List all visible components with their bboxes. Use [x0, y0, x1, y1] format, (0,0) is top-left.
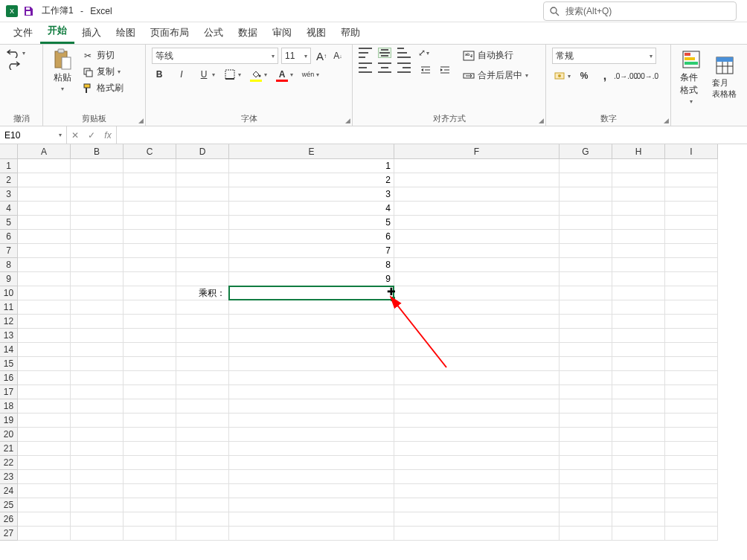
cell[interactable]: [176, 456, 229, 470]
cell[interactable]: [124, 470, 176, 484]
cell[interactable]: [71, 202, 124, 216]
cell[interactable]: [394, 527, 560, 541]
cell[interactable]: [18, 413, 71, 428]
cell[interactable]: [229, 371, 394, 385]
cell[interactable]: [612, 272, 665, 286]
row-header-3[interactable]: 3: [0, 187, 18, 202]
cell[interactable]: [560, 244, 612, 258]
cell[interactable]: [18, 470, 71, 484]
row-header-25[interactable]: 25: [0, 498, 18, 512]
cell[interactable]: 5: [229, 216, 394, 230]
col-header-A[interactable]: A: [18, 144, 71, 159]
cell[interactable]: [394, 470, 560, 484]
cell[interactable]: [394, 512, 560, 527]
dialog-launcher-icon[interactable]: ◢: [664, 117, 669, 124]
cell[interactable]: [124, 329, 176, 343]
cell[interactable]: [665, 498, 718, 512]
tab-页面布局[interactable]: 页面布局: [143, 22, 196, 44]
cell[interactable]: [394, 230, 560, 244]
cell[interactable]: [665, 258, 718, 272]
cell[interactable]: [665, 244, 718, 258]
cell[interactable]: [176, 159, 229, 173]
cell[interactable]: [176, 315, 229, 329]
format-painter-button[interactable]: 格式刷: [79, 80, 126, 96]
cell[interactable]: [612, 187, 665, 202]
cell[interactable]: [124, 399, 176, 413]
row-header-14[interactable]: 14: [0, 343, 18, 357]
cell[interactable]: [560, 315, 612, 329]
fill-color-button[interactable]: ▾: [249, 67, 267, 82]
cell[interactable]: [665, 343, 718, 357]
cell[interactable]: [394, 413, 560, 428]
cell[interactable]: [124, 357, 176, 371]
cell[interactable]: [665, 442, 718, 456]
increase-indent-icon[interactable]: [437, 62, 452, 77]
increase-decimal-icon[interactable]: .0→.00: [618, 68, 633, 83]
cell[interactable]: [124, 498, 176, 512]
tab-插入[interactable]: 插入: [74, 22, 109, 44]
cell[interactable]: [229, 527, 394, 541]
cell[interactable]: [560, 470, 612, 484]
comma-icon[interactable]: ,: [597, 68, 612, 83]
cell[interactable]: [665, 428, 718, 442]
cell[interactable]: [229, 442, 394, 456]
cell[interactable]: 8: [229, 258, 394, 272]
col-header-G[interactable]: G: [560, 144, 612, 159]
cell[interactable]: [71, 300, 124, 315]
cell[interactable]: 2: [229, 173, 394, 187]
cell[interactable]: [665, 159, 718, 173]
cell[interactable]: [18, 244, 71, 258]
col-header-E[interactable]: E: [229, 144, 394, 159]
cell[interactable]: [124, 300, 176, 315]
cell[interactable]: [176, 399, 229, 413]
cell[interactable]: [394, 371, 560, 385]
cell[interactable]: [71, 357, 124, 371]
bold-button[interactable]: B: [152, 67, 167, 82]
cell[interactable]: [612, 286, 665, 300]
align-bottom-icon[interactable]: [397, 48, 411, 58]
cell[interactable]: [176, 484, 229, 498]
cell[interactable]: [394, 300, 560, 315]
cell[interactable]: [612, 258, 665, 272]
format-as-table-button[interactable]: 套月 表格格: [709, 48, 740, 106]
cell[interactable]: [71, 385, 124, 399]
cell[interactable]: [665, 512, 718, 527]
cell[interactable]: [124, 371, 176, 385]
align-center-icon[interactable]: [378, 62, 391, 73]
cell[interactable]: [18, 498, 71, 512]
cell[interactable]: [176, 258, 229, 272]
row-header-19[interactable]: 19: [0, 413, 18, 428]
row-header-22[interactable]: 22: [0, 456, 18, 470]
cell[interactable]: [176, 371, 229, 385]
cell[interactable]: [560, 512, 612, 527]
cell[interactable]: 7: [229, 244, 394, 258]
cell[interactable]: [560, 442, 612, 456]
cell[interactable]: [394, 385, 560, 399]
cell[interactable]: [18, 484, 71, 498]
cell[interactable]: [71, 329, 124, 343]
align-middle-icon[interactable]: [378, 48, 391, 58]
cell[interactable]: [176, 343, 229, 357]
copy-button[interactable]: 复制▾: [79, 64, 126, 80]
cell[interactable]: [18, 230, 71, 244]
cell[interactable]: [394, 329, 560, 343]
cell[interactable]: [665, 216, 718, 230]
cell[interactable]: [18, 357, 71, 371]
cell[interactable]: [18, 173, 71, 187]
cell[interactable]: [394, 442, 560, 456]
col-header-F[interactable]: F: [394, 144, 560, 159]
cell[interactable]: [612, 343, 665, 357]
cell[interactable]: [176, 442, 229, 456]
cell[interactable]: 乘积：: [176, 286, 229, 300]
cell[interactable]: [560, 385, 612, 399]
cell[interactable]: [560, 371, 612, 385]
cell[interactable]: [124, 244, 176, 258]
cell[interactable]: [612, 413, 665, 428]
cell[interactable]: [176, 300, 229, 315]
row-header-12[interactable]: 12: [0, 315, 18, 329]
cell[interactable]: [394, 484, 560, 498]
cell[interactable]: [18, 442, 71, 456]
cell[interactable]: [394, 286, 560, 300]
col-header-I[interactable]: I: [665, 144, 718, 159]
dialog-launcher-icon[interactable]: ◢: [539, 117, 544, 124]
